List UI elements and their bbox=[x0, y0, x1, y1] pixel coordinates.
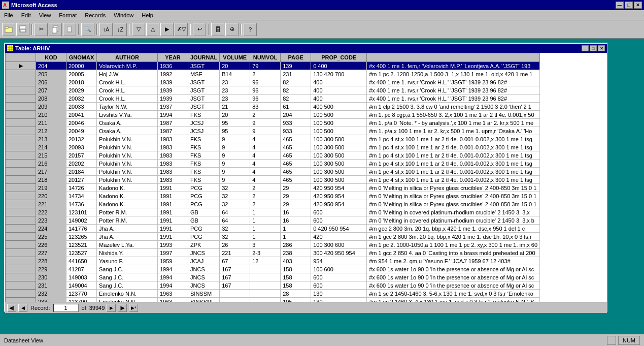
cell-extra[interactable]: #x 600 1s water 1o 90 0 'in the presence… bbox=[367, 265, 540, 273]
cell-extra[interactable]: #m 0 'Melting in covered platinum-rhodiu… bbox=[367, 208, 540, 216]
cell-author[interactable]: Livshits V.Ya. bbox=[97, 111, 158, 119]
cell-numvol[interactable]: 4 bbox=[250, 168, 281, 176]
cell-prop_code[interactable]: 600 bbox=[311, 273, 367, 281]
cell-prop_code[interactable]: 0 420 950 954 bbox=[311, 225, 367, 233]
cell-page[interactable]: 29 bbox=[281, 200, 311, 208]
cell-journal[interactable]: PCG bbox=[188, 200, 220, 208]
cell-kod[interactable]: 211 bbox=[36, 119, 66, 127]
cell-year[interactable]: 1936 bbox=[158, 62, 188, 70]
cell-prop_code[interactable]: 400 bbox=[311, 78, 367, 86]
cell-journal[interactable]: GB bbox=[188, 216, 220, 225]
cell-extra[interactable]: #m 1 pc 4 st,x 100 1 me 1 ar 2 tl 4e. 0.… bbox=[367, 151, 540, 160]
toolbar-sort-desc-btn[interactable]: ↓Z bbox=[114, 23, 127, 36]
cell-volume[interactable]: 95 bbox=[220, 119, 250, 127]
table-row[interactable]: 20620018Crook H.L.1939JSGT239682400#x 40… bbox=[6, 78, 540, 86]
cell-year[interactable]: 1994 bbox=[158, 273, 188, 281]
toolbar-db-window-btn[interactable]: 🗄 bbox=[211, 23, 224, 36]
cell-volume[interactable]: 20 bbox=[220, 111, 250, 119]
cell-page[interactable]: 204 bbox=[281, 111, 311, 119]
cell-prop_code[interactable]: 400 bbox=[311, 95, 367, 103]
cell-prop_code[interactable]: 130 420 700 bbox=[311, 70, 367, 78]
cell-journal[interactable]: MSE bbox=[188, 70, 220, 78]
cell-page[interactable]: 465 bbox=[281, 168, 311, 176]
cell-prop_code[interactable]: 100 300 500 bbox=[311, 168, 367, 176]
cell-page[interactable]: 29 bbox=[281, 192, 311, 200]
cell-author[interactable]: Kadono K. bbox=[97, 184, 158, 192]
cell-year[interactable]: 1992 bbox=[158, 70, 188, 78]
col-header-kod[interactable]: KOD bbox=[36, 53, 66, 62]
cell-year[interactable]: 1991 bbox=[158, 233, 188, 241]
cell-gnomax[interactable]: 20132 bbox=[66, 135, 97, 143]
cell-year[interactable]: 1983 bbox=[158, 168, 188, 176]
cell-prop_code[interactable]: 130 bbox=[311, 290, 367, 298]
cell-year[interactable]: 1991 bbox=[158, 200, 188, 208]
cell-volume[interactable]: 167 bbox=[220, 273, 250, 281]
cell-volume[interactable]: 64 bbox=[220, 216, 250, 225]
toolbar-filter-btn[interactable]: ▽ bbox=[132, 23, 145, 36]
cell-page[interactable]: 403 bbox=[281, 257, 311, 265]
col-header-numvol[interactable]: NUMVOL bbox=[250, 53, 281, 62]
col-header-author[interactable]: AUTHOR bbox=[97, 53, 158, 62]
nav-first-btn[interactable]: ◀| bbox=[7, 304, 16, 312]
cell-author[interactable]: Kadono K. bbox=[97, 200, 158, 208]
cell-gnomax[interactable]: 123790 bbox=[66, 298, 97, 302]
cell-journal[interactable]: JCAJ bbox=[188, 257, 220, 265]
cell-gnomax[interactable]: 149004 bbox=[66, 281, 97, 290]
cell-year[interactable]: 1983 bbox=[158, 143, 188, 151]
cell-extra[interactable]: #m 1 pc 4 st,x 100 1 me 1 ar 2 tl 4e. 0.… bbox=[367, 143, 540, 151]
cell-volume[interactable]: 32 bbox=[220, 184, 250, 192]
cell-year[interactable]: 1983 bbox=[158, 160, 188, 168]
cell-page[interactable]: 465 bbox=[281, 151, 311, 160]
cell-page[interactable]: 286 bbox=[281, 241, 311, 249]
cell-author[interactable]: Osaka A. bbox=[97, 119, 158, 127]
cell-gnomax[interactable]: 20202 bbox=[66, 160, 97, 168]
cell-journal[interactable]: PCG bbox=[188, 225, 220, 233]
cell-journal[interactable]: FKS bbox=[188, 143, 220, 151]
cell-volume[interactable]: 26 bbox=[220, 241, 250, 249]
cell-page[interactable]: 1 bbox=[281, 233, 311, 241]
table-row[interactable]: 20720029Crook H.L.1939JSGT239682400#x 40… bbox=[6, 86, 540, 95]
cell-gnomax[interactable]: 14736 bbox=[66, 200, 97, 208]
cell-extra[interactable]: #m gcc 2 800 3m. 20 1q. bbp,x 420 1 me 1… bbox=[367, 225, 540, 233]
table-row[interactable]: 20520005Hoj J.W.1992MSEB142231130 420 70… bbox=[6, 70, 540, 78]
cell-author[interactable]: Nishida Y. bbox=[97, 249, 158, 257]
cell-prop_code[interactable]: 400 bbox=[311, 86, 367, 95]
col-header-extra[interactable] bbox=[367, 53, 540, 62]
cell-kod[interactable]: 215 bbox=[36, 151, 66, 160]
cell-gnomax[interactable]: 149002 bbox=[66, 216, 97, 225]
cell-gnomax[interactable]: 149003 bbox=[66, 273, 97, 281]
cell-numvol[interactable]: 4 bbox=[250, 143, 281, 151]
cell-journal[interactable]: FKS bbox=[188, 135, 220, 143]
cell-numvol[interactable]: 79 bbox=[250, 62, 281, 70]
cell-kod[interactable]: 217 bbox=[36, 168, 66, 176]
cell-extra[interactable]: #x 400 1 me 1. rvs,r 'Crook H.L.' 'JSGT'… bbox=[367, 86, 540, 95]
cell-kod[interactable]: 219 bbox=[36, 184, 66, 192]
cell-volume[interactable]: 64 bbox=[220, 208, 250, 216]
cell-kod[interactable]: 221 bbox=[36, 200, 66, 208]
cell-extra[interactable]: #m 1 gcc 2 800 3m. 20 1q. bbp,x 420 1 me… bbox=[367, 233, 540, 241]
cell-page[interactable]: 16 bbox=[281, 208, 311, 216]
cell-page[interactable]: 29 bbox=[281, 184, 311, 192]
cell-journal[interactable]: JCSJ bbox=[188, 127, 220, 135]
cell-year[interactable]: 1993 bbox=[158, 241, 188, 249]
cell-journal[interactable]: GB bbox=[188, 208, 220, 216]
cell-journal[interactable]: JNCS bbox=[188, 273, 220, 281]
toolbar-new-object-btn[interactable]: ⊕ bbox=[225, 23, 239, 36]
cell-year[interactable]: 1963 bbox=[158, 290, 188, 298]
toolbar-cut-btn[interactable]: ✂ bbox=[35, 23, 48, 36]
cell-extra[interactable]: #x 400 1 me 1. fem,r 'Volarovich M.P.' '… bbox=[367, 62, 540, 70]
cell-gnomax[interactable]: 20032 bbox=[66, 95, 97, 103]
cell-journal[interactable]: JSGT bbox=[188, 78, 220, 86]
cell-journal[interactable]: ZPK bbox=[188, 241, 220, 249]
cell-year[interactable]: 1983 bbox=[158, 135, 188, 143]
table-row[interactable]: 22114736Kadono K.1991PCG32229420 950 954… bbox=[6, 200, 540, 208]
cell-prop_code[interactable]: 420 950 954 bbox=[311, 184, 367, 192]
cell-year[interactable]: 1994 bbox=[158, 281, 188, 290]
cell-prop_code[interactable]: 600 bbox=[311, 216, 367, 225]
col-header-journal[interactable]: JOURNAL bbox=[188, 53, 220, 62]
cell-kod[interactable]: 229 bbox=[36, 265, 66, 273]
cell-journal[interactable]: JCSJ bbox=[188, 119, 220, 127]
cell-volume[interactable]: 9 bbox=[220, 176, 250, 184]
cell-gnomax[interactable]: 20093 bbox=[66, 143, 97, 151]
cell-volume[interactable]: 23 bbox=[220, 78, 250, 86]
